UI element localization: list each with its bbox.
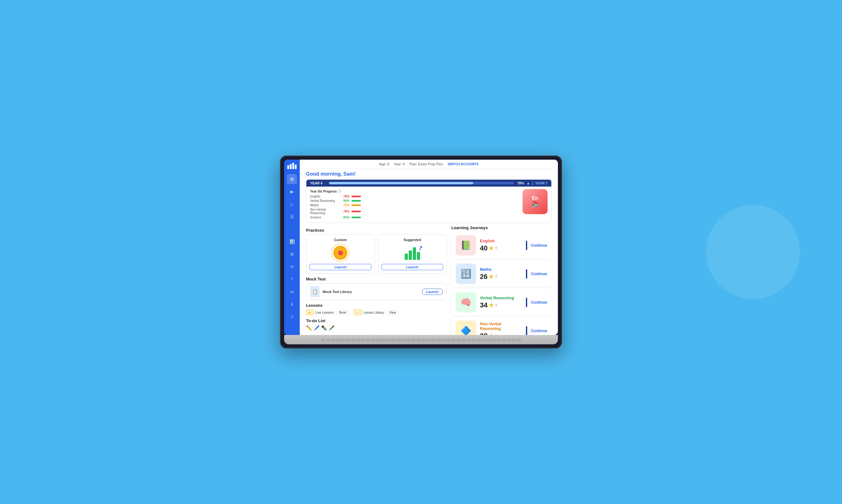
sidebar-item-play[interactable]: ▷ <box>287 199 297 209</box>
english-score-value: 40 <box>480 244 487 252</box>
subject-list: Year Six Progress ⓘ English 78% Verbal R… <box>310 189 516 220</box>
english-help-icon[interactable]: ? <box>495 246 497 250</box>
chart-bar-3 <box>413 247 416 260</box>
subject-pct-nonverbal: 78% <box>343 210 350 213</box>
svg-rect-2 <box>292 163 294 169</box>
year-six-progress-label: Year Six Progress <box>310 190 337 193</box>
english-accent-bar <box>526 241 527 250</box>
sidebar-item-help[interactable]: ? <box>287 274 297 284</box>
sidebar-item-export[interactable]: ↗ <box>287 312 297 322</box>
pencil-orange-icon: 🖊️ <box>314 325 320 331</box>
nonverbal-help-icon[interactable]: ? <box>495 334 497 335</box>
custom-launch-button[interactable]: Launch <box>310 264 371 270</box>
progress-header: YEAR 6 78% ▲ | YEAR 7 <box>306 180 551 186</box>
custom-dot-graphic <box>338 250 343 255</box>
info-icon: ⓘ <box>338 189 341 194</box>
svg-rect-0 <box>287 165 289 169</box>
custom-practice-card: Custom Launch <box>306 234 375 274</box>
journey-card-english: 📗 English 40 ★ ? Cont <box>451 232 551 258</box>
year-progress-detail: Year Six Progress ⓘ English 78% Verbal R… <box>306 186 551 222</box>
english-continue-button[interactable]: Continue <box>531 243 547 248</box>
sidebar: ⊞ ▶ ▷ ☰ 👤 📊 ⚙ ↺ ? ⇄ ℹ ↗ <box>284 160 300 335</box>
verbal-help-icon[interactable]: ? <box>495 303 497 307</box>
suggested-launch-button[interactable]: Launch <box>382 264 443 270</box>
verbal-continue-button[interactable]: Continue <box>531 300 547 305</box>
subject-pct-maths: 71% <box>343 203 350 207</box>
age-label: Age: 9 <box>379 162 389 166</box>
app-logo <box>287 163 297 169</box>
subject-pct-verbal: 84% <box>343 199 350 202</box>
nonverbal-continue-button[interactable]: Continue <box>531 329 547 333</box>
pencil-yellow-icon: ✏️ <box>306 325 312 331</box>
main-content: Age: 9 Year: 4 Plan: Exam Prep Plus SWIT… <box>300 160 558 335</box>
lesson-library-item: ▷ Lesson Library <box>354 310 384 315</box>
progress-section: YEAR 6 78% ▲ | YEAR 7 Year Six Pr <box>306 179 551 223</box>
subject-name-verbal: Verbal Reasoning <box>310 199 341 202</box>
sidebar-item-info[interactable]: ℹ <box>287 299 297 309</box>
suggested-practice-title: Suggested <box>382 238 443 242</box>
keyboard-keys <box>311 338 530 341</box>
year-current-label: YEAR 6 <box>310 181 323 185</box>
english-star-icon: ★ <box>489 245 494 252</box>
pipe-divider: | <box>532 181 533 185</box>
lessons-row: ▶ Live Lessons Book ▷ Lesson Library Vie… <box>306 310 447 315</box>
maths-continue-button[interactable]: Continue <box>531 272 547 276</box>
sidebar-item-video[interactable]: ▶ <box>287 186 297 197</box>
nonverbal-journey-thumb: 🔷 <box>456 321 476 335</box>
lesson-library-icon: ▷ <box>354 310 362 315</box>
year-label: Year: 4 <box>394 162 404 166</box>
subject-row-science: Science 84% <box>310 216 516 219</box>
mock-test-icon: 📋 <box>310 286 319 297</box>
pencil-blue-icon: ✒️ <box>321 325 327 331</box>
english-journey-thumb: 📗 <box>456 235 476 255</box>
verbal-star-icon: ★ <box>489 302 494 309</box>
sidebar-item-users[interactable]: 👤 <box>287 224 297 234</box>
subject-row-maths: Maths 71% <box>310 203 516 207</box>
journey-card-maths: 🔢 Maths 26 ★ ? Contin <box>451 260 551 287</box>
laptop-screen: ⊞ ▶ ▷ ☰ 👤 📊 ⚙ ↺ ? ⇄ ℹ ↗ Age: 9 Year: 4 <box>280 156 562 348</box>
progress-percentage: 78% <box>517 181 524 185</box>
maths-accent-bar <box>526 269 527 278</box>
verbal-score-value: 34 <box>480 301 487 309</box>
plan-label: Plan: Exam Prep Plus <box>409 162 443 166</box>
maths-journey-subject: Maths <box>480 267 522 272</box>
chart-bar-4 <box>417 252 420 260</box>
book-lessons-button[interactable]: Book <box>336 310 349 315</box>
subject-pct-science: 84% <box>343 216 350 219</box>
svg-rect-1 <box>290 164 292 169</box>
sidebar-item-home[interactable]: ⊞ <box>287 174 297 184</box>
svg-rect-3 <box>295 165 297 169</box>
laptop-inner: ⊞ ▶ ▷ ☰ 👤 📊 ⚙ ↺ ? ⇄ ℹ ↗ Age: 9 Year: 4 <box>284 160 558 335</box>
mock-test-row: 📋 Mock Test Library Launch <box>306 283 447 300</box>
verbal-journey-subject: Verbal Reasoning <box>480 295 522 300</box>
sidebar-item-docs[interactable]: ☰ <box>287 212 297 222</box>
todo-title: To-do List <box>306 318 447 323</box>
subject-row-english: English 78% <box>310 195 516 198</box>
subject-name-science: Science <box>310 216 341 219</box>
mock-test-title: Mock Test <box>306 277 447 282</box>
verbal-journey-info: Verbal Reasoning 34 ★ ? <box>480 295 522 309</box>
year-next-label: YEAR 7 <box>535 181 547 185</box>
maths-star-icon: ★ <box>489 273 494 280</box>
sidebar-item-settings[interactable]: ⚙ <box>287 249 297 259</box>
custom-practice-title: Custom <box>310 238 371 242</box>
maths-help-icon[interactable]: ? <box>495 275 497 278</box>
greeting-prefix: Good morning, <box>306 171 343 177</box>
content-area: Practices Custom <box>300 226 558 335</box>
maths-journey-score: 26 ★ ? <box>480 273 522 281</box>
live-lessons-item: ▶ Live Lessons <box>306 310 334 315</box>
switch-accounts-button[interactable]: SWITCH ACCOUNTS <box>448 162 479 166</box>
sidebar-item-stats[interactable]: 📊 <box>287 237 297 247</box>
maths-journey-thumb: 🔢 <box>456 264 476 284</box>
english-journey-score: 40 ★ ? <box>480 244 522 252</box>
english-journey-info: English 40 ★ ? <box>480 238 522 252</box>
sidebar-item-switch[interactable]: ⇄ <box>287 287 297 297</box>
practices-title: Practices <box>306 228 447 233</box>
left-column: Practices Custom <box>306 226 451 332</box>
learning-journeys-title: Learning Journeys <box>451 226 551 230</box>
english-subject-icon: En 📚 <box>523 189 547 214</box>
live-lessons-label: Live Lessons <box>315 311 334 314</box>
mock-test-launch-button[interactable]: Launch <box>422 289 443 295</box>
sidebar-item-refresh[interactable]: ↺ <box>287 262 297 272</box>
view-library-button[interactable]: View <box>387 310 399 315</box>
